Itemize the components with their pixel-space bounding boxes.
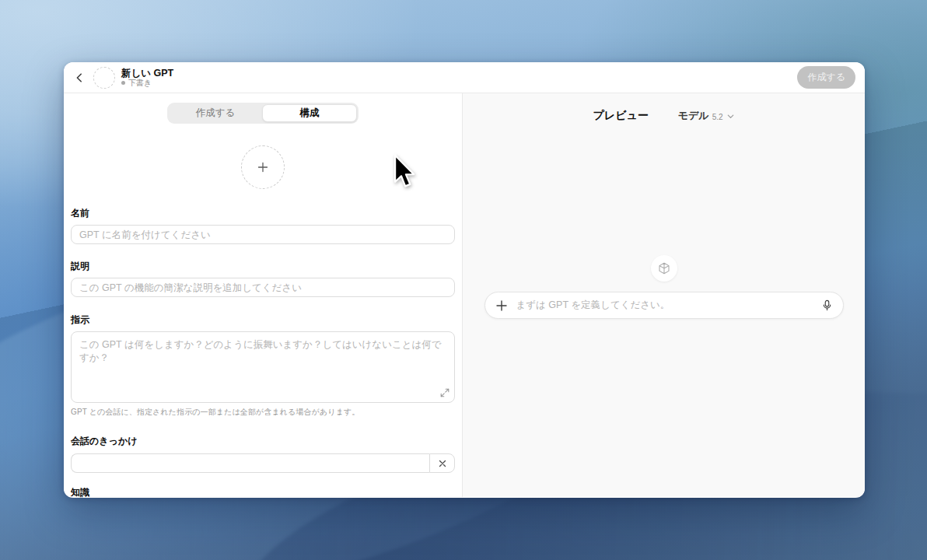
editor-tabs: 作成する 構成: [167, 103, 359, 124]
page-title: 新しい GPT: [121, 68, 173, 79]
model-selector[interactable]: モデル 5.2: [678, 109, 735, 123]
description-input[interactable]: [71, 278, 455, 297]
expand-icon[interactable]: [440, 388, 450, 397]
remove-starter-button[interactable]: [429, 453, 455, 473]
conversation-starter-row: [71, 453, 455, 473]
attach-plus-icon[interactable]: [495, 299, 508, 312]
gpt-avatar-placeholder[interactable]: [93, 67, 115, 89]
preview-center: まずは GPT を定義してください。: [463, 255, 865, 319]
instructions-label: 指示: [71, 313, 455, 327]
gpt-cube-badge: [651, 255, 677, 282]
instructions-helper: GPT との会話に、指定された指示の一部または全部が含まれる場合があります。: [71, 407, 455, 418]
create-button[interactable]: 作成する: [797, 66, 855, 89]
preview-panel: プレビュー モデル 5.2 まずは GPT を定義してください。: [463, 93, 865, 497]
cube-icon: [657, 261, 671, 275]
title-block: 新しい GPT 下書き: [121, 68, 173, 88]
model-version: 5.2: [712, 113, 723, 121]
tab-configure[interactable]: 構成: [262, 104, 357, 122]
tab-create[interactable]: 作成する: [169, 104, 262, 122]
chevron-down-icon: [726, 112, 735, 121]
plus-icon: [257, 161, 269, 173]
gpt-editor-window: 新しい GPT 下書き 作成する 作成する 構成 名前 説明 指示: [64, 62, 865, 498]
chat-input[interactable]: まずは GPT を定義してください。: [484, 292, 844, 319]
description-label: 説明: [71, 260, 455, 273]
preview-title: プレビュー: [593, 109, 648, 123]
model-label: モデル: [678, 109, 709, 123]
app-body: 作成する 構成 名前 説明 指示 GPT との会話に、指定された指示の一部または…: [64, 93, 865, 497]
draft-status: 下書き: [121, 79, 173, 88]
chevron-left-icon: [74, 72, 85, 83]
instructions-wrap: [71, 331, 455, 403]
preview-header: プレビュー モデル 5.2: [593, 109, 734, 123]
status-dot-icon: [121, 81, 125, 85]
knowledge-label: 知識: [71, 486, 455, 498]
close-icon: [439, 460, 446, 467]
conversation-starters-label: 会話のきっかけ: [71, 435, 455, 448]
status-label: 下書き: [128, 79, 152, 88]
avatar-upload-button[interactable]: [241, 145, 285, 189]
microphone-icon[interactable]: [821, 299, 833, 311]
name-label: 名前: [71, 207, 455, 220]
name-input[interactable]: [71, 225, 455, 244]
configure-panel: 作成する 構成 名前 説明 指示 GPT との会話に、指定された指示の一部または…: [64, 93, 463, 497]
back-button[interactable]: [72, 70, 87, 86]
titlebar: 新しい GPT 下書き 作成する: [64, 62, 865, 93]
chat-placeholder: まずは GPT を定義してください。: [516, 299, 813, 312]
conversation-starter-input[interactable]: [71, 453, 429, 473]
instructions-textarea[interactable]: [71, 331, 455, 403]
